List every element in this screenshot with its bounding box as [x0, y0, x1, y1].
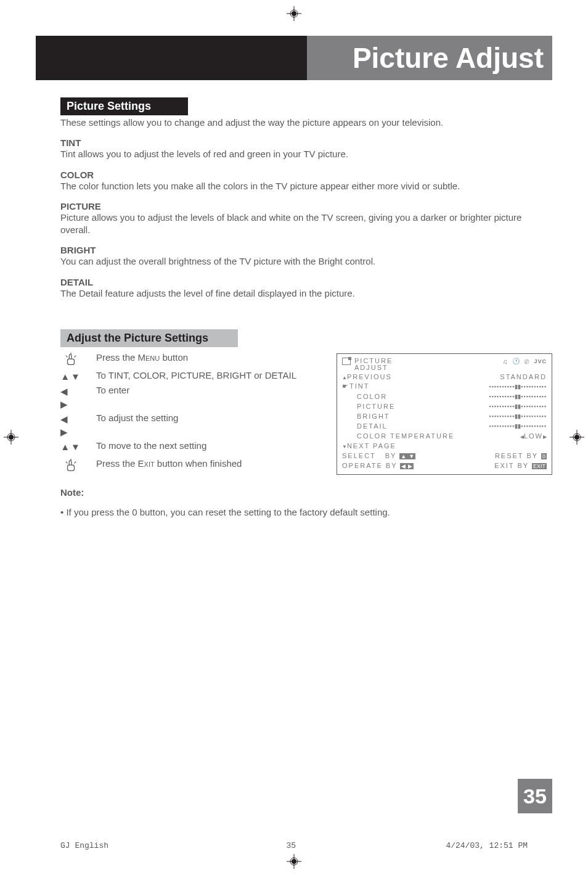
- step-text: Press the Menu button: [96, 351, 318, 364]
- svg-line-22: [75, 461, 76, 463]
- osd-standard: STANDARD: [500, 373, 547, 380]
- osd-previous: PREVIOUS: [347, 373, 392, 380]
- step-text: To move to the next setting: [96, 439, 318, 452]
- osd-low: ◀LOW▶: [520, 432, 547, 440]
- left-right-arrows-icon: ◀ ▶: [60, 384, 81, 411]
- note-bullet: • If you press the 0 button, you can res…: [60, 507, 552, 517]
- svg-rect-20: [68, 465, 75, 470]
- desc-detail: The Detail feature adjusts the level of …: [60, 287, 552, 300]
- label-color: COLOR: [60, 170, 552, 180]
- press-button-icon: [60, 351, 81, 368]
- osd-select: SELECT BY ▲▼: [342, 452, 415, 459]
- left-right-arrows-icon: ◀ ▶: [60, 411, 81, 438]
- osd-row-detail: DETAIL: [342, 422, 388, 430]
- slider-icon: ▪▪▪▪▪▪▪▪▪▪▮▮▪▪▪▪▪▪▪▪▪▪: [489, 423, 547, 429]
- osd-exit: EXIT BY EXIT: [494, 462, 547, 469]
- footer-left: GJ English: [60, 841, 108, 850]
- registration-mark-icon: [287, 854, 301, 869]
- svg-rect-16: [68, 359, 75, 364]
- step-row: ◀ ▶ To enter: [60, 384, 318, 411]
- osd-colortemp: COLOR TEMPERATURE: [342, 432, 454, 440]
- label-tint: TINT: [60, 138, 552, 148]
- registration-mark-icon: [287, 6, 301, 21]
- desc-bright: You can adjust the overall brightness of…: [60, 255, 552, 268]
- osd-row-bright: BRIGHT: [342, 413, 390, 420]
- osd-brand: JVC: [534, 358, 547, 364]
- intro-text: These settings allow you to change and a…: [60, 117, 552, 129]
- music-note-icon: ♫: [502, 358, 508, 365]
- step-text: Press the Exit button when finished: [96, 457, 318, 470]
- step-row: Press the Exit button when finished: [60, 457, 318, 474]
- registration-mark-icon: [4, 430, 18, 445]
- osd-row-picture: PICTURE: [342, 403, 395, 410]
- up-down-arrows-icon: ▲▼: [60, 439, 81, 453]
- registration-mark-icon: [570, 430, 584, 445]
- desc-picture: Picture allows you to adjust the levels …: [60, 212, 552, 237]
- slider-icon: ▪▪▪▪▪▪▪▪▪▪▮▮▪▪▪▪▪▪▪▪▪▪: [489, 393, 547, 400]
- osd-screenshot: PICTURE ADJUST ♫ 🕐 ⎚ JVC ▲PREVIOUS STAND…: [337, 353, 552, 475]
- svg-line-21: [66, 461, 68, 463]
- osd-nextpage: NEXT PAGE: [347, 442, 396, 450]
- page-title-bar: Picture Adjust: [36, 36, 552, 80]
- footer-right: 4/24/03, 12:51 PM: [446, 841, 528, 850]
- plug-icon: ⎚: [525, 358, 530, 365]
- step-row: Press the Menu button: [60, 351, 318, 368]
- osd-operate: OPERATE BY ◀▶: [342, 462, 414, 469]
- page-number-badge: 35: [518, 779, 552, 813]
- osd-row-color: COLOR: [342, 393, 387, 400]
- slider-icon: ▪▪▪▪▪▪▪▪▪▪▮▮▪▪▪▪▪▪▪▪▪▪: [489, 413, 547, 419]
- page-title: Picture Adjust: [353, 41, 544, 75]
- section-heading-picture-settings: Picture Settings: [60, 97, 188, 115]
- step-row: ▲▼ To move to the next setting: [60, 439, 318, 453]
- label-picture: PICTURE: [60, 201, 552, 212]
- step-text: To enter: [96, 384, 318, 396]
- slider-icon: ▪▪▪▪▪▪▪▪▪▪▮▮▪▪▪▪▪▪▪▪▪▪: [489, 384, 547, 390]
- osd-title-2: ADJUST: [354, 364, 393, 372]
- section-heading-adjust: Adjust the Picture Settings: [60, 329, 238, 347]
- step-text: To adjust the setting: [96, 411, 318, 424]
- up-down-arrows-icon: ▲▼: [60, 369, 81, 383]
- press-button-icon: [60, 457, 81, 474]
- up-triangle-icon: ▲: [342, 375, 347, 380]
- slider-icon: ▪▪▪▪▪▪▪▪▪▪▮▮▪▪▪▪▪▪▪▪▪▪: [489, 403, 547, 409]
- note-label: Note:: [60, 487, 552, 498]
- footer-center: 35: [287, 841, 296, 850]
- desc-tint: Tint allows you to adjust the levels of …: [60, 148, 552, 160]
- step-row: ◀ ▶ To adjust the setting: [60, 411, 318, 438]
- osd-reset: RESET BY 0: [495, 452, 547, 459]
- desc-color: The color function lets you make all the…: [60, 180, 552, 192]
- label-bright: BRIGHT: [60, 245, 552, 255]
- osd-row-tint: TINT: [349, 382, 369, 390]
- svg-line-18: [75, 355, 76, 357]
- print-footer: GJ English 35 4/24/03, 12:51 PM: [60, 841, 528, 850]
- picture-square-icon: [342, 358, 351, 365]
- label-detail: DETAIL: [60, 277, 552, 287]
- step-row: ▲▼ To TINT, COLOR, PICTURE, BRIGHT or DE…: [60, 369, 318, 383]
- down-triangle-icon: ▼: [342, 444, 347, 450]
- pointer-icon: ☛: [342, 382, 349, 390]
- svg-line-17: [66, 355, 68, 357]
- step-text: To TINT, COLOR, PICTURE, BRIGHT or DETAI…: [96, 369, 318, 382]
- clock-icon: 🕐: [512, 358, 521, 364]
